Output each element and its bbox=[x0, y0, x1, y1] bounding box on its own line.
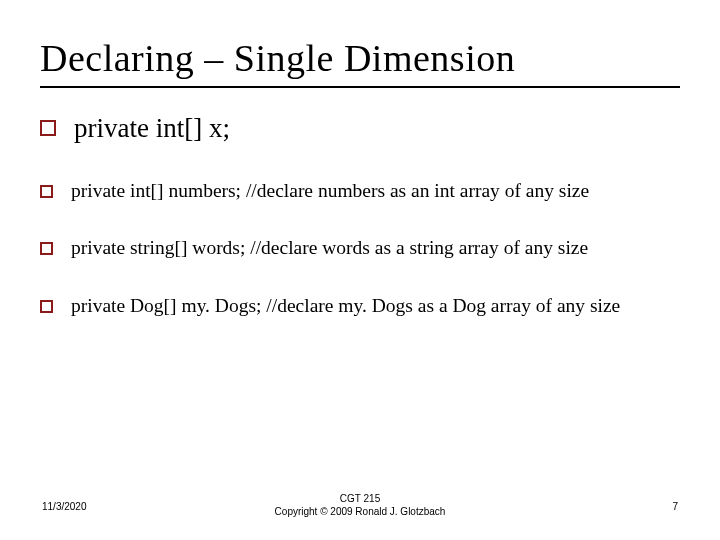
slide-title: Declaring – Single Dimension bbox=[40, 36, 680, 80]
footer-center: CGT 215 Copyright © 2009 Ronald J. Glotz… bbox=[275, 493, 446, 518]
square-bullet-icon bbox=[40, 242, 53, 255]
bullet-text: private int[] numbers; //declare numbers… bbox=[71, 180, 589, 201]
bullet-list: private int[] x; private int[] numbers; … bbox=[40, 114, 680, 316]
bullet-text: private string[] words; //declare words … bbox=[71, 237, 588, 258]
footer-page-number: 7 bbox=[672, 501, 678, 512]
bullet-text: private int[] x; bbox=[74, 114, 230, 144]
bullet-text: private Dog[] my. Dogs; //declare my. Do… bbox=[71, 295, 620, 316]
footer-date: 11/3/2020 bbox=[42, 501, 87, 512]
footer-course: CGT 215 bbox=[275, 493, 446, 506]
square-bullet-icon bbox=[40, 120, 56, 136]
footer-copyright: Copyright © 2009 Ronald J. Glotzbach bbox=[275, 506, 446, 519]
square-bullet-icon bbox=[40, 185, 53, 198]
bullet-item: private int[] x; bbox=[40, 114, 680, 144]
slide: Declaring – Single Dimension private int… bbox=[0, 0, 720, 540]
title-rule bbox=[40, 86, 680, 88]
bullet-item: private Dog[] my. Dogs; //declare my. Do… bbox=[40, 295, 680, 316]
bullet-item: private string[] words; //declare words … bbox=[40, 237, 680, 258]
square-bullet-icon bbox=[40, 300, 53, 313]
bullet-item: private int[] numbers; //declare numbers… bbox=[40, 180, 680, 201]
